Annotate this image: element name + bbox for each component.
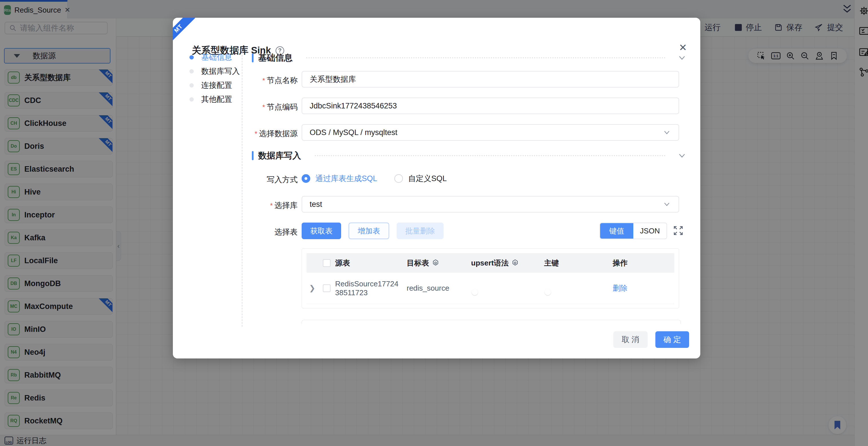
nav-divider: [242, 52, 242, 327]
toggle-键值[interactable]: 键值: [600, 223, 633, 238]
radio-label: 通过库表生成SQL: [315, 173, 377, 184]
view-toggle: 键值JSON: [599, 223, 667, 239]
chevron-down-icon: [662, 129, 671, 136]
modal-nav-基础信息[interactable]: 基础信息: [189, 52, 232, 62]
table-mapping: 源表目标表upsert语法主键操作 ❯RedisSource1772438511…: [302, 248, 679, 309]
field-value: 关系型数据库: [310, 74, 356, 85]
button-获取表[interactable]: 获取表: [302, 223, 341, 239]
cancel-button[interactable]: 取 消: [613, 331, 648, 348]
column-header: 操作: [613, 258, 674, 268]
input-节点名称[interactable]: 关系型数据库: [302, 71, 679, 88]
section-accent-bar: [252, 151, 254, 160]
table-body: ❯RedisSource1772438511723redis_source删除: [307, 273, 674, 304]
chevron-down-icon: [662, 201, 671, 208]
row-checkbox[interactable]: [323, 284, 331, 292]
source-table-cell: RedisSource1772438511723: [335, 280, 407, 297]
nav-dot: [189, 97, 194, 101]
db-select[interactable]: test: [302, 196, 679, 213]
section-collapse-icon[interactable]: [677, 152, 687, 159]
nav-label: 数据库写入: [201, 66, 240, 76]
column-header: upsert语法: [471, 258, 544, 268]
table-buttons: 获取表增加表批量删除: [302, 223, 443, 239]
modal-footer: 取 消 确 定: [173, 331, 700, 348]
radio-dot: [302, 174, 310, 183]
app-root: Rts Redis_Source ✕ 运行 停止 保存 提交 1:1: [0, 0, 868, 446]
table-label: 选择表: [223, 227, 298, 237]
section-dotted-line: [306, 57, 666, 58]
table-header: 源表目标表upsert语法主键操作: [307, 253, 674, 273]
section-basic-header: 基础信息: [252, 52, 687, 64]
field-label-选择数据源: *选择数据源: [223, 128, 298, 139]
section-write-title: 数据库写入: [258, 150, 301, 162]
target-table-cell: redis_source: [407, 284, 471, 293]
field-value: JdbcSink1772438546253: [310, 101, 397, 110]
radio-通过库表生成SQL[interactable]: 通过库表生成SQL: [302, 173, 377, 184]
button-增加表[interactable]: 增加表: [348, 223, 389, 239]
modal-close-icon[interactable]: ✕: [679, 42, 687, 53]
fullscreen-icon[interactable]: [673, 225, 684, 236]
column-header: 目标表: [407, 258, 471, 268]
db-select-value: test: [310, 200, 322, 209]
mt-ribbon: MT: [173, 18, 195, 45]
write-mode-label: 写入方式: [223, 174, 298, 185]
modal-nav-数据库写入[interactable]: 数据库写入: [189, 66, 240, 76]
nav-label: 基础信息: [201, 52, 232, 62]
nav-dot: [189, 55, 194, 60]
column-settings-icon[interactable]: [432, 259, 439, 267]
radio-自定义SQL[interactable]: 自定义SQL: [394, 173, 447, 184]
field-label-节点编码: *节点编码: [223, 102, 298, 112]
delete-row-link[interactable]: 删除: [613, 284, 628, 292]
section-write-header: 数据库写入: [252, 150, 687, 161]
radio-label: 自定义SQL: [408, 173, 447, 184]
select-all-checkbox[interactable]: [323, 259, 331, 267]
button-批量删除: 批量删除: [397, 223, 443, 239]
field-value: ODS / MySQL / mysqltest: [310, 128, 398, 137]
next-section-peek: [302, 320, 681, 324]
select-选择数据源[interactable]: ODS / MySQL / mysqltest: [302, 124, 679, 141]
section-accent-bar: [252, 53, 254, 62]
row-expand-icon[interactable]: ❯: [307, 284, 318, 293]
section-basic-title: 基础信息: [258, 52, 292, 64]
column-settings-icon[interactable]: [512, 259, 519, 267]
toggle-JSON[interactable]: JSON: [633, 223, 666, 238]
nav-dot: [189, 69, 194, 73]
column-header: 主键: [544, 258, 613, 268]
radio-dot: [394, 174, 403, 183]
input-节点编码[interactable]: JdbcSink1772438546253: [302, 98, 679, 114]
table-row: ❯RedisSource1772438511723redis_source删除: [307, 273, 674, 304]
sink-config-modal: MT 关系型数据库 Sink ? ✕ 基础信息数据库写入连接配置其他配置 基础信…: [173, 18, 700, 358]
ok-button[interactable]: 确 定: [655, 331, 689, 348]
nav-dot: [189, 83, 194, 88]
write-mode-radios: 通过库表生成SQL自定义SQL: [302, 173, 447, 184]
section-dotted-line: [315, 155, 666, 156]
field-label-节点名称: *节点名称: [223, 75, 298, 86]
column-header: 源表: [335, 258, 407, 268]
db-label: *选择库: [223, 200, 298, 211]
section-collapse-icon[interactable]: [677, 54, 687, 61]
